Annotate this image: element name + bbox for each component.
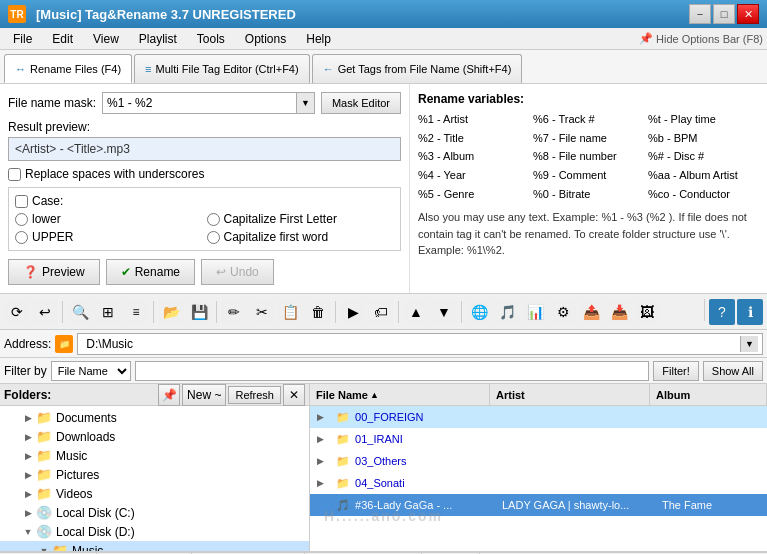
tab-get-tags[interactable]: ← Get Tags from File Name (Shift+F4): [312, 54, 523, 83]
toolbar-back-button[interactable]: ⟳: [4, 299, 30, 325]
preview-button[interactable]: ❓ Preview: [8, 259, 100, 285]
case-capitalize-word-radio[interactable]: [207, 231, 220, 244]
folder-icon-pictures: 📁: [36, 467, 52, 482]
toolbar-image-button[interactable]: 🖼: [634, 299, 660, 325]
new-label: New ~: [187, 388, 221, 402]
filter-text-input[interactable]: [135, 361, 650, 381]
case-lower-radio[interactable]: [15, 213, 28, 226]
toolbar-chart-button[interactable]: 📊: [522, 299, 548, 325]
folder-item-music[interactable]: ▶ 📁 Music: [0, 446, 309, 465]
var-7: %7 - File name: [533, 129, 644, 148]
toolbar-play-button[interactable]: ▶: [340, 299, 366, 325]
folder-name-downloads: Downloads: [56, 430, 115, 444]
folders-pin-button[interactable]: 📌: [158, 384, 180, 406]
tab-rename-files[interactable]: ↔ Rename Files (F4): [4, 54, 132, 83]
file-row-foreign[interactable]: ▶ 📁 00_FOREIGN: [310, 406, 767, 428]
filter-button[interactable]: Filter!: [653, 361, 699, 381]
folder-item-downloads[interactable]: ▶ 📁 Downloads: [0, 427, 309, 446]
rename-files-panel: File name mask: %1 - %2 ▼ Mask Editor Re…: [0, 84, 410, 293]
menu-options[interactable]: Options: [236, 29, 295, 49]
file-row-irani[interactable]: ▶ 📁 01_IRANI: [310, 428, 767, 450]
toolbar-help-button[interactable]: ?: [709, 299, 735, 325]
case-checkbox[interactable]: [15, 195, 28, 208]
case-upper-radio[interactable]: [15, 231, 28, 244]
folders-close-button[interactable]: ✕: [283, 384, 305, 406]
filter-bar: Filter by File Name Filter! Show All: [0, 358, 767, 384]
toolbar-globe-button[interactable]: 🌐: [466, 299, 492, 325]
toolbar-tag-button[interactable]: 🏷: [368, 299, 394, 325]
tab-multi-file-editor[interactable]: ≡ Multi File Tag Editor (Ctrl+F4): [134, 54, 310, 83]
var-2: %2 - Title: [418, 129, 529, 148]
toolbar-list-button[interactable]: ≡: [123, 299, 149, 325]
toolbar-sep-1: [62, 301, 63, 323]
toolbar-scissors-button[interactable]: ✂: [249, 299, 275, 325]
menu-tools[interactable]: Tools: [188, 29, 234, 49]
case-lower-row: lower: [15, 212, 203, 226]
menu-file[interactable]: File: [4, 29, 41, 49]
address-input[interactable]: D:\Music ▼: [77, 333, 763, 355]
col-header-album[interactable]: Album: [650, 384, 767, 405]
address-label: Address:: [4, 337, 51, 351]
folders-refresh-button[interactable]: Refresh: [228, 386, 281, 404]
folder-icon-downloads: 📁: [36, 429, 52, 444]
menu-view[interactable]: View: [84, 29, 128, 49]
file-icon-gaga: 🎵: [336, 499, 350, 511]
file-cell-sonati-artist: [496, 481, 656, 485]
toolbar-import-button[interactable]: 📥: [606, 299, 632, 325]
toolbar-delete-button[interactable]: 🗑: [305, 299, 331, 325]
col-header-filename[interactable]: File Name ▲: [310, 384, 490, 405]
menu-edit[interactable]: Edit: [43, 29, 82, 49]
file-cell-foreign-album: [656, 415, 767, 419]
replace-spaces-checkbox[interactable]: [8, 168, 21, 181]
file-name-mask-row: File name mask: %1 - %2 ▼ Mask Editor: [8, 92, 401, 114]
folder-item-pictures[interactable]: ▶ 📁 Pictures: [0, 465, 309, 484]
folder-item-local-d[interactable]: ▼ 💿 Local Disk (D:): [0, 522, 309, 541]
folder-name-pictures: Pictures: [56, 468, 99, 482]
case-capitalize-first-radio[interactable]: [207, 213, 220, 226]
toolbar-music-button[interactable]: 🎵: [494, 299, 520, 325]
close-button[interactable]: ✕: [737, 4, 759, 24]
file-cell-foreign-artist: [496, 415, 656, 419]
toolbar-info-button[interactable]: ℹ: [737, 299, 763, 325]
undo-button[interactable]: ↩ Undo: [201, 259, 274, 285]
expand-icon-irani: ▶: [310, 434, 330, 444]
toolbar-sep-2: [153, 301, 154, 323]
folder-item-music-d[interactable]: ▼ 📁 Music: [0, 541, 309, 551]
file-name-mask-dropdown[interactable]: ▼: [296, 93, 314, 113]
hide-options-bar[interactable]: 📌 Hide Options Bar (F8): [639, 32, 763, 45]
folder-item-documents[interactable]: ▶ 📁 Documents: [0, 408, 309, 427]
toolbar-copy-button[interactable]: 📋: [277, 299, 303, 325]
col-artist-label: Artist: [496, 389, 525, 401]
folder-item-videos[interactable]: ▶ 📁 Videos: [0, 484, 309, 503]
folders-nav-button[interactable]: New ~: [182, 384, 226, 406]
preview-label: Preview: [42, 265, 85, 279]
menu-playlist[interactable]: Playlist: [130, 29, 186, 49]
rename-vars-grid: %1 - Artist%6 - Track #%t - Play time %2…: [418, 110, 759, 203]
replace-spaces-row: Replace spaces with underscores: [8, 167, 401, 181]
toolbar-down-button[interactable]: ▼: [431, 299, 457, 325]
menu-help[interactable]: Help: [297, 29, 340, 49]
col-header-artist[interactable]: Artist: [490, 384, 650, 405]
filter-type-select[interactable]: File Name: [51, 361, 131, 381]
toolbar-export-button[interactable]: 📤: [578, 299, 604, 325]
file-row-sonati[interactable]: ▶ 📁 04_Sonati: [310, 472, 767, 494]
show-all-button[interactable]: Show All: [703, 361, 763, 381]
mask-editor-button[interactable]: Mask Editor: [321, 92, 401, 114]
toolbar-save-button[interactable]: 💾: [186, 299, 212, 325]
toolbar-undo-button[interactable]: ↩: [32, 299, 58, 325]
toolbar-grid-button[interactable]: ⊞: [95, 299, 121, 325]
toolbar-folder-open-button[interactable]: 📂: [158, 299, 184, 325]
toolbar-search-button[interactable]: 🔍: [67, 299, 93, 325]
rename-button[interactable]: ✔ Rename: [106, 259, 195, 285]
folder-item-local-c[interactable]: ▶ 💿 Local Disk (C:): [0, 503, 309, 522]
maximize-button[interactable]: □: [713, 4, 735, 24]
toolbar-add-button[interactable]: ✏: [221, 299, 247, 325]
toolbar-settings-button[interactable]: ⚙: [550, 299, 576, 325]
file-row-gaga[interactable]: 🎵 #36-Lady GaGa - ... LADY GAGA | shawty…: [310, 494, 767, 516]
minimize-button[interactable]: −: [689, 4, 711, 24]
folder-icon-documents: 📁: [36, 410, 52, 425]
file-cell-sonati-name: 📁 04_Sonati: [330, 475, 496, 492]
address-dropdown-arrow[interactable]: ▼: [740, 336, 758, 352]
file-row-others[interactable]: ▶ 📁 03_Others: [310, 450, 767, 472]
toolbar-up-button[interactable]: ▲: [403, 299, 429, 325]
